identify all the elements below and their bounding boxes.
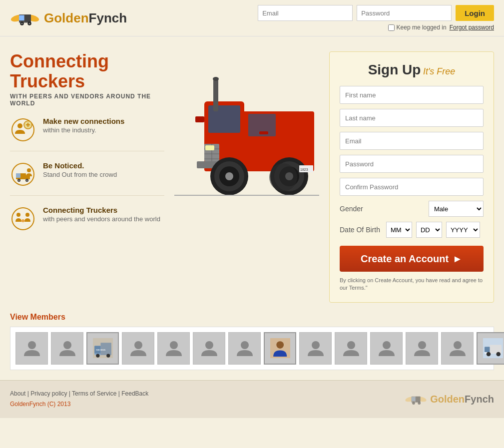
list-item[interactable] bbox=[370, 332, 403, 365]
login-button[interactable]: Login bbox=[456, 5, 494, 21]
svg-point-68 bbox=[276, 341, 284, 349]
list-item[interactable]: MAHAMA bbox=[86, 332, 119, 365]
create-account-label: Create an Account bbox=[361, 253, 449, 265]
svg-point-72 bbox=[418, 341, 426, 349]
footer-left: About | Privacy policy | Terms of Servic… bbox=[10, 389, 148, 410]
signup-title-sub: It's Free bbox=[423, 66, 455, 76]
svg-rect-76 bbox=[485, 347, 490, 353]
logo: GoldenFynch bbox=[10, 5, 127, 30]
list-item[interactable] bbox=[299, 332, 332, 365]
svg-point-21 bbox=[26, 180, 27, 181]
forgot-password-link[interactable]: Forgot password bbox=[450, 24, 494, 31]
svg-point-61 bbox=[106, 354, 110, 358]
svg-rect-77 bbox=[490, 345, 501, 354]
svg-rect-29 bbox=[208, 105, 240, 133]
firstname-input[interactable] bbox=[340, 86, 484, 104]
svg-rect-38 bbox=[259, 131, 268, 134]
list-item[interactable] bbox=[335, 332, 367, 365]
keep-logged-label[interactable]: Keep me logged in bbox=[388, 24, 447, 31]
svg-point-22 bbox=[27, 168, 31, 172]
list-item[interactable] bbox=[157, 332, 190, 365]
svg-point-85 bbox=[412, 402, 415, 405]
signup-email-input[interactable] bbox=[340, 132, 484, 150]
dob-day-select[interactable]: DD bbox=[416, 222, 442, 238]
svg-point-70 bbox=[347, 341, 355, 349]
gender-select[interactable]: Male Female bbox=[429, 201, 484, 217]
dob-year-select[interactable]: YYYY bbox=[446, 222, 480, 238]
confirm-password-input[interactable] bbox=[340, 178, 484, 196]
feature-item-connecting: Connecting Truckers with peers and vendo… bbox=[10, 206, 164, 240]
gender-row: Gender Male Female bbox=[340, 201, 484, 217]
view-members-title: View Members bbox=[10, 313, 494, 322]
list-item[interactable] bbox=[264, 332, 296, 365]
logo-icon bbox=[10, 5, 40, 30]
footer-logo-icon bbox=[405, 390, 427, 409]
footer: About | Privacy policy | Terms of Servic… bbox=[0, 380, 504, 418]
members-strip: MAHAMA bbox=[10, 327, 494, 370]
svg-point-10 bbox=[17, 123, 22, 128]
svg-rect-4 bbox=[24, 14, 31, 22]
create-account-button[interactable]: Create an Account ► bbox=[340, 246, 484, 272]
list-item[interactable] bbox=[51, 332, 83, 365]
svg-point-69 bbox=[312, 341, 320, 349]
svg-point-63 bbox=[134, 341, 142, 349]
svg-point-66 bbox=[241, 341, 249, 349]
header-sub-row: Keep me logged in Forgot password bbox=[388, 24, 494, 31]
logo-text: GoldenFynch bbox=[44, 10, 127, 26]
svg-point-8 bbox=[29, 22, 30, 24]
keep-logged-checkbox[interactable] bbox=[388, 24, 395, 31]
signup-panel: Sign Up It's Free Gender Male Female Dat… bbox=[329, 51, 494, 303]
dob-month-select[interactable]: MM bbox=[386, 222, 412, 238]
footer-terms-link[interactable]: Terms of Service bbox=[72, 390, 116, 397]
svg-point-86 bbox=[418, 402, 421, 405]
svg-point-60 bbox=[96, 354, 99, 358]
footer-about-link[interactable]: About bbox=[10, 390, 25, 397]
lastname-input[interactable] bbox=[340, 109, 484, 127]
svg-point-24 bbox=[16, 213, 20, 217]
svg-text:MAHAMA: MAHAMA bbox=[96, 349, 105, 351]
list-item[interactable] bbox=[122, 332, 154, 365]
svg-rect-83 bbox=[412, 397, 416, 401]
list-item[interactable] bbox=[15, 332, 48, 365]
noticed-icon bbox=[10, 161, 36, 187]
list-item[interactable] bbox=[441, 332, 474, 365]
header-right: Login Keep me logged in Forgot password bbox=[258, 5, 494, 31]
header-password-input[interactable] bbox=[357, 5, 452, 21]
svg-point-40 bbox=[213, 77, 219, 81]
footer-logo-text: GoldenFynch bbox=[430, 394, 494, 405]
svg-point-54 bbox=[28, 341, 36, 349]
feature-item-noticed: Be Noticed. Stand Out from the crowd bbox=[10, 161, 164, 196]
list-item[interactable] bbox=[228, 332, 261, 365]
truck-image: 1823 bbox=[174, 51, 319, 211]
truck-area: 1823 bbox=[174, 51, 319, 303]
svg-point-19 bbox=[18, 180, 19, 181]
header: GoldenFynch Login Keep me logged in Forg… bbox=[0, 0, 504, 36]
svg-point-26 bbox=[21, 219, 24, 222]
left-section: Connecting Truckers WITH PEERS AND VENDO… bbox=[10, 51, 164, 303]
feature-text-connections: Make new connections within the industry… bbox=[43, 117, 124, 134]
svg-point-23 bbox=[12, 208, 34, 230]
svg-text:1823: 1823 bbox=[300, 168, 308, 171]
connecting-icon bbox=[10, 206, 36, 232]
svg-point-64 bbox=[170, 341, 178, 349]
signup-title-main: Sign Up bbox=[368, 62, 421, 77]
svg-point-25 bbox=[25, 213, 29, 217]
footer-feedback-link[interactable]: FeedBack bbox=[121, 390, 148, 397]
svg-rect-39 bbox=[213, 79, 218, 111]
footer-privacy-link[interactable]: Privacy policy bbox=[30, 390, 67, 397]
keep-logged-text: Keep me logged in bbox=[397, 24, 447, 31]
footer-links: About | Privacy policy | Terms of Servic… bbox=[10, 389, 148, 400]
svg-point-65 bbox=[205, 341, 213, 349]
list-item[interactable] bbox=[193, 332, 225, 365]
header-email-input[interactable] bbox=[258, 5, 353, 21]
svg-point-55 bbox=[63, 341, 71, 349]
svg-rect-3 bbox=[19, 15, 24, 20]
feature-text-connecting: Connecting Truckers with peers and vendo… bbox=[43, 206, 160, 223]
list-item[interactable] bbox=[477, 332, 504, 365]
svg-rect-41 bbox=[195, 116, 204, 122]
svg-point-45 bbox=[225, 172, 233, 180]
signup-password-input[interactable] bbox=[340, 155, 484, 173]
main-content: Connecting Truckers WITH PEERS AND VENDO… bbox=[0, 36, 504, 313]
svg-point-50 bbox=[269, 163, 297, 191]
list-item[interactable] bbox=[406, 332, 438, 365]
